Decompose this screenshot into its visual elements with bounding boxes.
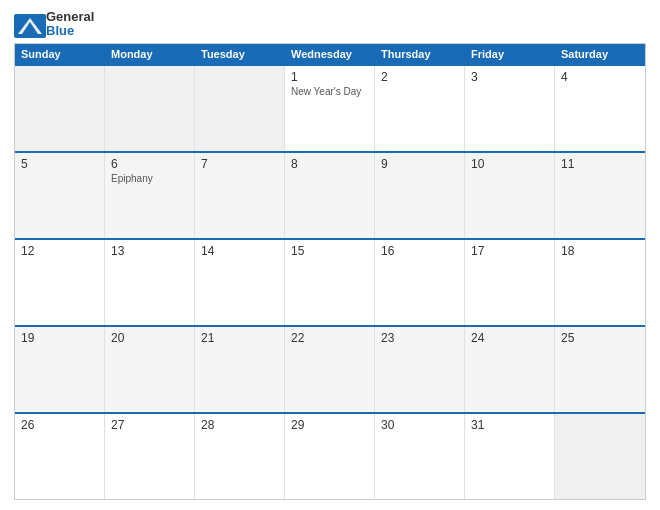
- day-header-saturday: Saturday: [555, 44, 645, 64]
- calendar-cell: 15: [285, 240, 375, 325]
- day-header-friday: Friday: [465, 44, 555, 64]
- calendar-cell: 14: [195, 240, 285, 325]
- calendar-cell: 1New Year's Day: [285, 66, 375, 151]
- day-number: 28: [201, 418, 278, 432]
- day-number: 22: [291, 331, 368, 345]
- calendar-body: 1New Year's Day23456Epiphany789101112131…: [15, 64, 645, 499]
- calendar-cell: 20: [105, 327, 195, 412]
- day-number: 18: [561, 244, 639, 258]
- day-header-tuesday: Tuesday: [195, 44, 285, 64]
- calendar-cell: 22: [285, 327, 375, 412]
- day-number: 5: [21, 157, 98, 171]
- day-number: 11: [561, 157, 639, 171]
- logo-line2: Blue: [46, 24, 94, 38]
- calendar-cell: 4: [555, 66, 645, 151]
- day-header-thursday: Thursday: [375, 44, 465, 64]
- calendar-cell: 23: [375, 327, 465, 412]
- logo: General Blue: [14, 10, 94, 39]
- calendar-week-1: 1New Year's Day234: [15, 64, 645, 151]
- calendar-cell: 8: [285, 153, 375, 238]
- calendar-cell: 16: [375, 240, 465, 325]
- day-number: 8: [291, 157, 368, 171]
- calendar-cell: 2: [375, 66, 465, 151]
- day-header-sunday: Sunday: [15, 44, 105, 64]
- calendar-cell: [195, 66, 285, 151]
- calendar-cell: 31: [465, 414, 555, 499]
- day-number: 3: [471, 70, 548, 84]
- header: General Blue: [14, 10, 646, 39]
- calendar-cell: [15, 66, 105, 151]
- day-number: 15: [291, 244, 368, 258]
- event-label: Epiphany: [111, 173, 188, 184]
- calendar-cell: 24: [465, 327, 555, 412]
- calendar: SundayMondayTuesdayWednesdayThursdayFrid…: [14, 43, 646, 500]
- day-number: 4: [561, 70, 639, 84]
- calendar-cell: 30: [375, 414, 465, 499]
- calendar-cell: 10: [465, 153, 555, 238]
- calendar-week-5: 262728293031: [15, 412, 645, 499]
- calendar-cell: 11: [555, 153, 645, 238]
- logo-text: General Blue: [46, 10, 94, 39]
- calendar-cell: 27: [105, 414, 195, 499]
- day-number: 26: [21, 418, 98, 432]
- day-number: 9: [381, 157, 458, 171]
- calendar-cell: 21: [195, 327, 285, 412]
- calendar-cell: 5: [15, 153, 105, 238]
- calendar-cell: 28: [195, 414, 285, 499]
- calendar-cell: 13: [105, 240, 195, 325]
- day-header-wednesday: Wednesday: [285, 44, 375, 64]
- calendar-week-2: 56Epiphany7891011: [15, 151, 645, 238]
- day-number: 27: [111, 418, 188, 432]
- calendar-cell: 6Epiphany: [105, 153, 195, 238]
- calendar-cell: 3: [465, 66, 555, 151]
- logo-icon: [14, 14, 42, 34]
- day-number: 31: [471, 418, 548, 432]
- calendar-header: SundayMondayTuesdayWednesdayThursdayFrid…: [15, 44, 645, 64]
- day-number: 10: [471, 157, 548, 171]
- day-number: 20: [111, 331, 188, 345]
- day-number: 7: [201, 157, 278, 171]
- day-number: 23: [381, 331, 458, 345]
- day-number: 24: [471, 331, 548, 345]
- event-label: New Year's Day: [291, 86, 368, 97]
- calendar-cell: 26: [15, 414, 105, 499]
- calendar-cell: [555, 414, 645, 499]
- calendar-cell: 9: [375, 153, 465, 238]
- calendar-cell: 12: [15, 240, 105, 325]
- day-number: 16: [381, 244, 458, 258]
- day-number: 1: [291, 70, 368, 84]
- day-number: 14: [201, 244, 278, 258]
- calendar-cell: 7: [195, 153, 285, 238]
- day-number: 12: [21, 244, 98, 258]
- calendar-cell: 17: [465, 240, 555, 325]
- day-number: 30: [381, 418, 458, 432]
- day-number: 19: [21, 331, 98, 345]
- calendar-page: General Blue SundayMondayTuesdayWednesda…: [0, 0, 660, 510]
- calendar-cell: 18: [555, 240, 645, 325]
- calendar-cell: 19: [15, 327, 105, 412]
- day-header-monday: Monday: [105, 44, 195, 64]
- day-number: 29: [291, 418, 368, 432]
- day-number: 13: [111, 244, 188, 258]
- day-number: 25: [561, 331, 639, 345]
- logo-line1: General: [46, 10, 94, 24]
- day-number: 2: [381, 70, 458, 84]
- day-number: 17: [471, 244, 548, 258]
- calendar-cell: 25: [555, 327, 645, 412]
- day-number: 21: [201, 331, 278, 345]
- calendar-cell: [105, 66, 195, 151]
- calendar-cell: 29: [285, 414, 375, 499]
- day-number: 6: [111, 157, 188, 171]
- calendar-week-3: 12131415161718: [15, 238, 645, 325]
- calendar-week-4: 19202122232425: [15, 325, 645, 412]
